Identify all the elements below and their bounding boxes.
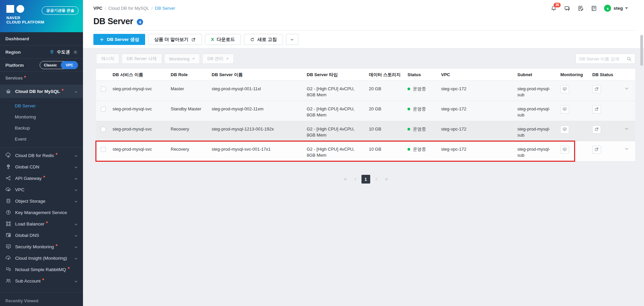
gear-icon[interactable] bbox=[73, 50, 78, 55]
services-list: Cloud DB for Redis Global CDN API Gatewa… bbox=[0, 148, 83, 289]
sidebar-item-key-management-service[interactable]: Key Management Service bbox=[0, 207, 83, 218]
sidebar-subitem-db-server[interactable]: DB Server bbox=[0, 100, 83, 111]
monitoring-dropdown[interactable]: Monitoring bbox=[164, 54, 200, 64]
search-icon[interactable] bbox=[627, 56, 632, 61]
cell-db-server-name: steg-prod-mysql-002-11xm bbox=[209, 101, 304, 115]
last-page-button[interactable] bbox=[382, 175, 391, 184]
breadcrumb: VPC / Cloud DB for MySQL / DB Server bbox=[93, 6, 175, 11]
sidebar: NAVER CLOUD PLATFORM 공공기관용 콘솔 Dashboard … bbox=[0, 0, 83, 306]
user-guide-icon[interactable] bbox=[591, 5, 597, 12]
monitoring-button[interactable] bbox=[560, 125, 569, 134]
sidebar-item-vpc[interactable]: VPC bbox=[0, 184, 83, 195]
cell-db-server-name: steg-prod-mysql-1213-001-192x bbox=[209, 121, 304, 135]
breadcrumb-db-server[interactable]: DB Server bbox=[155, 6, 175, 11]
sidebar-item-api-gateway[interactable]: API Gateway bbox=[0, 172, 83, 184]
row-checkbox[interactable] bbox=[101, 147, 106, 152]
mysql-submenu: DB ServerMonitoringBackupEvent bbox=[0, 98, 83, 148]
db-status-button[interactable] bbox=[592, 85, 601, 93]
search-input[interactable] bbox=[579, 56, 627, 61]
kms-icon bbox=[5, 209, 11, 215]
public-console-badge[interactable]: 공공기관용 콘솔 bbox=[42, 6, 79, 15]
download-button[interactable]: X 다운로드 bbox=[205, 34, 241, 45]
delete-db-server-button[interactable]: DB Server 삭제 bbox=[122, 54, 162, 64]
row-expand-chevron-icon[interactable] bbox=[624, 146, 629, 152]
db-status-button[interactable] bbox=[592, 125, 601, 134]
support-chat-icon[interactable] bbox=[564, 5, 570, 12]
chevron-down-icon[interactable] bbox=[74, 222, 78, 226]
notification-bell-icon[interactable]: 36 bbox=[550, 5, 557, 12]
sidebar-item-security-monitoring[interactable]: Security Monitoring bbox=[0, 241, 83, 252]
db-status-button[interactable] bbox=[592, 146, 601, 154]
prev-page-button[interactable] bbox=[351, 175, 360, 184]
sidebar-item-load-balancer[interactable]: Load Balancer bbox=[0, 218, 83, 230]
db-status-button[interactable] bbox=[592, 105, 601, 113]
chevron-down-icon bbox=[226, 58, 229, 60]
chevron-down-icon[interactable] bbox=[74, 199, 78, 203]
external-link-icon bbox=[594, 107, 599, 112]
sidebar-item-ncloud-simple-rabbitmq[interactable]: Ncloud Simple RabbitMQ bbox=[0, 264, 83, 275]
sidebar-item-sub-account[interactable]: Sub Account bbox=[0, 275, 83, 287]
column-header-db: DB 서비스 이름 bbox=[110, 72, 168, 78]
chevron-down-icon[interactable] bbox=[74, 245, 78, 249]
platform-option-vpc[interactable]: VPC bbox=[61, 61, 78, 69]
sidebar-item-cloud-insight-monitoring[interactable]: Cloud Insight (Monitoring) bbox=[0, 252, 83, 264]
region-value[interactable]: 수도권 bbox=[57, 49, 70, 55]
sidebar-item-object-storage[interactable]: Object Storage bbox=[0, 195, 83, 207]
monitoring-button[interactable] bbox=[560, 146, 569, 154]
table-row[interactable]: steg-prod-mysql-svc Master steg-prod-mys… bbox=[96, 81, 635, 101]
sidebar-item-dashboard[interactable]: Dashboard bbox=[0, 32, 83, 46]
chevron-down-icon[interactable] bbox=[74, 153, 78, 157]
sidebar-item-cloud-db-for-redis[interactable]: Cloud DB for Redis bbox=[0, 150, 83, 161]
table-header-row: DB 서비스 이름DB RoleDB Server 이름DB Server 타입… bbox=[96, 69, 635, 81]
chevron-down-icon[interactable] bbox=[74, 188, 78, 192]
sidebar-subitem-backup[interactable]: Backup bbox=[0, 122, 83, 134]
sidebar-item-cloud-db-for-mysql[interactable]: Cloud DB for MySQL bbox=[0, 85, 83, 98]
contract-edit-icon[interactable] bbox=[577, 5, 584, 12]
create-db-server-button[interactable]: DB Server 생성 bbox=[93, 34, 145, 45]
next-page-button[interactable] bbox=[372, 175, 381, 184]
row-checkbox[interactable] bbox=[101, 107, 106, 112]
region-label: Region bbox=[5, 50, 49, 55]
restart-button[interactable]: 재시작 bbox=[96, 54, 119, 64]
page-number-1[interactable]: 1 bbox=[361, 175, 370, 184]
new-dot bbox=[56, 153, 57, 155]
sidebar-subitem-event[interactable]: Event bbox=[0, 134, 83, 145]
new-dot bbox=[42, 278, 44, 280]
sidebar-item-global-dns[interactable]: Global DNS bbox=[0, 230, 83, 241]
first-page-button[interactable] bbox=[341, 175, 349, 184]
table-row[interactable]: steg-prod-mysql-svc Standby Master steg-… bbox=[96, 101, 635, 121]
sidebar-item-global-cdn[interactable]: Global CDN bbox=[0, 161, 83, 172]
table-row[interactable]: steg-prod-mysql-svc Recovery steg-prod-m… bbox=[96, 121, 635, 141]
breadcrumb-cloud-db-mysql[interactable]: Cloud DB for MySQL bbox=[108, 6, 149, 11]
page-header: VPC / Cloud DB for MySQL / DB Server 36 bbox=[83, 0, 644, 48]
chevron-down-icon[interactable] bbox=[74, 176, 78, 180]
column-header-db-server: DB Server 이름 bbox=[209, 72, 304, 78]
db-manage-dropdown[interactable]: DB 관리 bbox=[202, 54, 234, 64]
monitor-chart-icon bbox=[562, 127, 567, 133]
api-gateway-icon bbox=[5, 175, 11, 181]
table-row[interactable]: steg-prod-mysql-svc Recovery steg-prod-m… bbox=[96, 141, 635, 161]
row-expand-chevron-icon[interactable] bbox=[624, 126, 629, 132]
chevron-down-icon[interactable] bbox=[74, 233, 78, 237]
platform-option-classic[interactable]: Classic bbox=[40, 61, 61, 69]
column-header-db-server: DB Server 타입 bbox=[304, 72, 366, 78]
chevron-down-icon[interactable] bbox=[74, 165, 78, 169]
breadcrumb-vpc[interactable]: VPC bbox=[93, 6, 102, 11]
cell-data-storage: 10 GB bbox=[366, 121, 405, 135]
refresh-button[interactable]: 새로 고침 bbox=[244, 34, 283, 45]
chevron-down-icon[interactable] bbox=[74, 256, 78, 260]
chevron-down-icon[interactable] bbox=[74, 279, 78, 283]
more-actions-dropdown[interactable] bbox=[286, 34, 298, 45]
column-header-vpc: VPC bbox=[438, 72, 515, 77]
user-menu[interactable]: s steg bbox=[604, 5, 628, 12]
monitoring-button[interactable] bbox=[560, 85, 569, 93]
learn-more-button[interactable]: 상품 더 알아보기 bbox=[148, 34, 202, 45]
cell-subnet: steg-prod-mysql-sub bbox=[515, 141, 558, 161]
row-checkbox[interactable] bbox=[101, 87, 106, 92]
monitoring-button[interactable] bbox=[560, 105, 569, 113]
scrollbar-thumb[interactable] bbox=[640, 35, 643, 66]
brand-line2: CLOUD PLATFORM bbox=[6, 20, 83, 24]
row-checkbox[interactable] bbox=[101, 127, 106, 132]
sidebar-subitem-monitoring[interactable]: Monitoring bbox=[0, 111, 83, 122]
row-expand-chevron-icon[interactable] bbox=[624, 86, 629, 92]
